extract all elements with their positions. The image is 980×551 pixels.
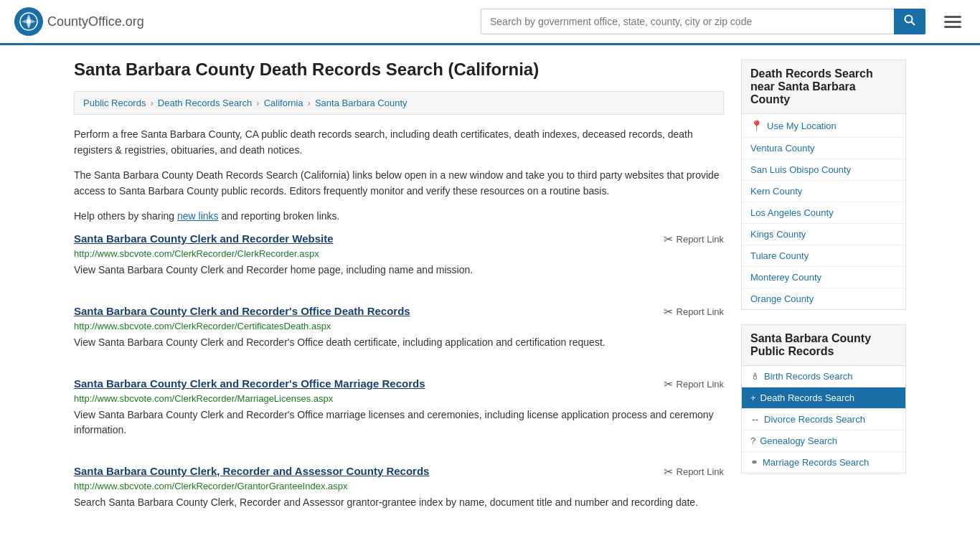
nearby-county-item[interactable]: Kings County (742, 224, 905, 245)
public-record-item[interactable]: + Death Records Search (742, 387, 905, 409)
sidebar-public-records-title: Santa Barbara County Public Records (741, 324, 906, 366)
nearby-county-link[interactable]: Ventura County (750, 143, 815, 154)
logo-text: CountyOffice.org (47, 14, 144, 29)
nearby-county-item[interactable]: Kern County (742, 181, 905, 202)
public-record-item[interactable]: ⚭ Marriage Records Search (742, 452, 905, 473)
sidebar-record-icon: ⚭ (750, 457, 758, 468)
report-icon: ✂ (664, 305, 673, 319)
nearby-county-item[interactable]: Monterey County (742, 267, 905, 288)
public-record-link[interactable]: Genealogy Search (760, 435, 837, 446)
breadcrumb-public-records[interactable]: Public Records (83, 98, 146, 108)
breadcrumb-santa-barbara[interactable]: Santa Barbara County (315, 98, 407, 108)
page-title: Santa Barbara County Death Records Searc… (74, 60, 724, 80)
intro-para2: The Santa Barbara County Death Records S… (74, 167, 724, 199)
nearby-county-link[interactable]: Monterey County (750, 272, 821, 283)
nearby-county-link[interactable]: Tulare County (750, 250, 809, 261)
result-title-link[interactable]: Santa Barbara County Clerk and Recorder'… (74, 305, 410, 317)
new-links-link[interactable]: new links (177, 210, 219, 222)
menu-button[interactable] (940, 11, 966, 32)
nearby-county-link[interactable]: Kings County (750, 229, 806, 240)
result-url: http://www.sbcvote.com/ClerkRecorder/Cle… (74, 248, 724, 259)
public-records-list: 🕯 Birth Records Search + Death Records S… (741, 366, 906, 474)
pin-icon: 📍 (750, 120, 763, 131)
sidebar-record-icon: + (750, 392, 756, 403)
result-item: Santa Barbara County Clerk, Recorder and… (74, 465, 724, 517)
search-button[interactable] (894, 9, 925, 34)
report-link[interactable]: ✂ Report Link (664, 465, 724, 479)
result-url: http://www.sbcvote.com/ClerkRecorder/Gra… (74, 481, 724, 491)
result-item: Santa Barbara County Clerk and Recorder'… (74, 377, 724, 445)
logo-icon (14, 7, 43, 36)
result-item: Santa Barbara County Clerk and Recorder'… (74, 305, 724, 357)
report-link[interactable]: ✂ Report Link (664, 305, 724, 319)
result-url: http://www.sbcvote.com/ClerkRecorder/Mar… (74, 393, 724, 404)
main-content: Santa Barbara County Death Records Searc… (74, 60, 724, 537)
nearby-counties-list: Ventura CountySan Luis Obispo CountyKern… (742, 138, 905, 309)
result-url: http://www.sbcvote.com/ClerkRecorder/Cer… (74, 321, 724, 331)
nearby-county-item[interactable]: Tulare County (742, 245, 905, 267)
intro-para3: Help others by sharing new links and rep… (74, 208, 724, 224)
result-title-link[interactable]: Santa Barbara County Clerk and Recorder … (74, 232, 334, 245)
use-location-link[interactable]: Use My Location (767, 121, 837, 131)
public-record-item[interactable]: ↔ Divorce Records Search (742, 409, 905, 430)
intro-para1: Perform a free Santa Barbara County, CA … (74, 126, 724, 159)
public-record-item[interactable]: ? Genealogy Search (742, 430, 905, 452)
breadcrumb-death-records[interactable]: Death Records Search (158, 98, 253, 108)
result-item: Santa Barbara County Clerk and Recorder … (74, 232, 724, 285)
site-header: CountyOffice.org (0, 0, 980, 45)
result-description: View Santa Barbara County Clerk and Reco… (74, 408, 724, 438)
use-location-item[interactable]: 📍 Use My Location (742, 114, 905, 138)
svg-point-1 (27, 20, 31, 24)
public-record-item[interactable]: 🕯 Birth Records Search (742, 366, 905, 387)
breadcrumb-california[interactable]: California (264, 98, 303, 108)
sidebar-record-icon: ↔ (750, 414, 760, 425)
sidebar-nearby-title: Death Records Search near Santa Barbara … (741, 60, 906, 114)
sidebar-public-records-section: Santa Barbara County Public Records 🕯 Bi… (741, 324, 906, 474)
result-description: View Santa Barbara County Clerk and Reco… (74, 263, 724, 278)
result-title-link[interactable]: Santa Barbara County Clerk, Recorder and… (74, 465, 429, 477)
result-description: View Santa Barbara County Clerk and Reco… (74, 335, 724, 350)
report-label: Report Link (677, 379, 724, 390)
nearby-county-item[interactable]: San Luis Obispo County (742, 159, 905, 181)
result-header: Santa Barbara County Clerk and Recorder'… (74, 305, 724, 319)
report-icon: ✂ (664, 377, 673, 391)
report-link[interactable]: ✂ Report Link (664, 377, 724, 391)
report-label: Report Link (677, 306, 724, 317)
nearby-county-link[interactable]: Orange County (750, 293, 814, 304)
result-header: Santa Barbara County Clerk and Recorder … (74, 232, 724, 246)
report-icon: ✂ (664, 232, 673, 246)
sidebar: Death Records Search near Santa Barbara … (741, 60, 906, 537)
results-container: Santa Barbara County Clerk and Recorder … (74, 232, 724, 517)
result-header: Santa Barbara County Clerk, Recorder and… (74, 465, 724, 479)
nearby-county-link[interactable]: San Luis Obispo County (750, 164, 851, 175)
report-label: Report Link (677, 466, 724, 477)
result-header: Santa Barbara County Clerk and Recorder'… (74, 377, 724, 391)
site-logo[interactable]: CountyOffice.org (14, 7, 144, 36)
nearby-county-item[interactable]: Ventura County (742, 138, 905, 159)
nearby-county-item[interactable]: Orange County (742, 288, 905, 309)
public-record-link[interactable]: Birth Records Search (764, 371, 853, 382)
nearby-county-item[interactable]: Los Angeles County (742, 202, 905, 224)
page-body: Santa Barbara County Death Records Searc… (60, 45, 920, 551)
sidebar-nearby-section: Death Records Search near Santa Barbara … (741, 60, 906, 310)
result-title-link[interactable]: Santa Barbara County Clerk and Recorder'… (74, 377, 425, 390)
public-record-link[interactable]: Divorce Records Search (764, 414, 865, 425)
nearby-county-link[interactable]: Kern County (750, 186, 802, 197)
sidebar-record-icon: 🕯 (750, 371, 760, 382)
svg-point-2 (905, 16, 913, 23)
report-link[interactable]: ✂ Report Link (664, 232, 724, 246)
svg-line-3 (912, 22, 915, 26)
nearby-county-link[interactable]: Los Angeles County (750, 207, 834, 218)
search-input[interactable] (481, 9, 894, 34)
public-record-link[interactable]: Marriage Records Search (763, 457, 869, 468)
result-description: Search Santa Barbara County Clerk, Recor… (74, 495, 724, 510)
search-bar (481, 9, 925, 34)
breadcrumb: Public Records › Death Records Search › … (74, 91, 724, 115)
report-icon: ✂ (664, 465, 673, 479)
sidebar-nearby-list: 📍 Use My Location Ventura CountySan Luis… (741, 114, 906, 310)
sidebar-record-icon: ? (750, 435, 755, 446)
public-record-link[interactable]: Death Records Search (760, 392, 855, 403)
report-label: Report Link (677, 234, 724, 245)
